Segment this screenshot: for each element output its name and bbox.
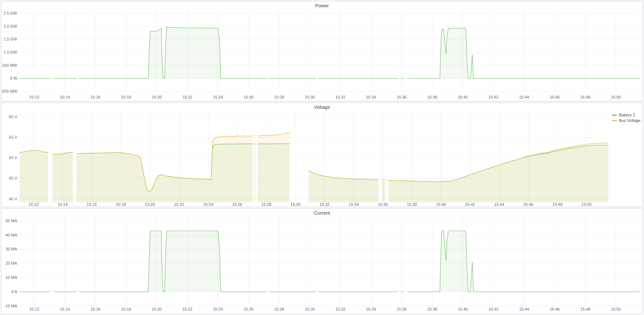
- svg-text:15:44: 15:44: [519, 95, 529, 99]
- svg-text:15:12: 15:12: [28, 202, 39, 207]
- svg-text:15:26: 15:26: [243, 95, 254, 99]
- panel-current: Current 15:1215:1415:1615:1815:2015:2215…: [1, 208, 643, 314]
- power-chart[interactable]: 15:1215:1415:1615:1815:2015:2215:2415:26…: [1, 9, 643, 101]
- svg-text:1.0 GW: 1.0 GW: [4, 50, 17, 54]
- svg-text:15:16: 15:16: [90, 95, 101, 99]
- panel-voltage-title[interactable]: Voltage: [314, 104, 330, 110]
- svg-text:15:28: 15:28: [274, 95, 284, 99]
- svg-text:15:50: 15:50: [611, 307, 621, 311]
- svg-text:15:44: 15:44: [519, 307, 529, 311]
- svg-text:15:24: 15:24: [203, 202, 213, 207]
- svg-text:15:32: 15:32: [320, 202, 330, 207]
- panel-current-title[interactable]: Current: [314, 210, 330, 216]
- svg-text:50 MA: 50 MA: [5, 219, 17, 223]
- svg-text:2.5 GW: 2.5 GW: [4, 11, 17, 15]
- svg-text:0 A: 0 A: [11, 289, 17, 294]
- svg-text:15:46: 15:46: [550, 307, 560, 311]
- svg-text:45 V: 45 V: [9, 176, 17, 180]
- svg-text:15:22: 15:22: [174, 202, 184, 207]
- svg-text:15:24: 15:24: [213, 95, 223, 99]
- svg-text:15:42: 15:42: [488, 95, 499, 99]
- svg-text:2.0 GW: 2.0 GW: [4, 24, 17, 28]
- svg-text:15:38: 15:38: [407, 202, 417, 207]
- svg-text:15:34: 15:34: [349, 202, 359, 207]
- svg-text:15:48: 15:48: [580, 307, 590, 311]
- legend-label-bus-voltage: Bus Voltage: [619, 118, 640, 123]
- svg-text:60 V: 60 V: [9, 115, 17, 119]
- svg-text:15:28: 15:28: [274, 307, 284, 311]
- voltage-chart-wrap: 15:1215:1415:1615:1815:2015:2215:2415:26…: [1, 111, 643, 207]
- svg-text:15:42: 15:42: [465, 202, 475, 207]
- current-chart[interactable]: 15:1215:1415:1615:1815:2015:2215:2415:26…: [1, 217, 643, 314]
- svg-text:15:46: 15:46: [550, 95, 560, 99]
- svg-text:15:12: 15:12: [29, 307, 39, 311]
- svg-text:15:50: 15:50: [611, 95, 621, 99]
- panel-voltage-header: Voltage: [1, 103, 643, 111]
- svg-text:15:22: 15:22: [182, 95, 192, 99]
- svg-text:15:44: 15:44: [494, 202, 504, 207]
- svg-text:15:36: 15:36: [378, 202, 388, 207]
- svg-text:15:18: 15:18: [121, 95, 131, 99]
- svg-text:15:38: 15:38: [427, 95, 437, 99]
- voltage-legend: Battery 2 Bus Voltage: [612, 112, 640, 123]
- panel-current-header: Current: [1, 209, 643, 217]
- svg-text:40 MA: 40 MA: [5, 233, 17, 237]
- svg-text:15:42: 15:42: [488, 307, 499, 311]
- svg-text:15:48: 15:48: [580, 95, 590, 99]
- svg-text:55 V: 55 V: [9, 135, 17, 139]
- svg-text:15:24: 15:24: [213, 307, 223, 311]
- svg-text:15:16: 15:16: [90, 307, 101, 311]
- svg-text:40 V: 40 V: [9, 197, 17, 201]
- svg-text:15:14: 15:14: [60, 307, 70, 311]
- svg-text:15:36: 15:36: [397, 307, 407, 311]
- svg-text:15:20: 15:20: [152, 95, 162, 99]
- svg-text:20 MA: 20 MA: [5, 261, 17, 265]
- svg-text:15:20: 15:20: [145, 202, 155, 207]
- current-chart-wrap: 15:1215:1415:1615:1815:2015:2215:2415:26…: [1, 217, 643, 314]
- svg-text:15:18: 15:18: [116, 202, 126, 207]
- voltage-chart[interactable]: 15:1215:1415:1615:1815:2015:2215:2415:26…: [1, 111, 643, 207]
- panel-power: Power 15:1215:1415:1615:1815:2015:2215:2…: [1, 1, 643, 101]
- svg-text:15:40: 15:40: [436, 202, 446, 207]
- svg-text:15:14: 15:14: [60, 95, 70, 99]
- svg-text:15:40: 15:40: [458, 307, 468, 311]
- svg-text:15:50: 15:50: [581, 202, 592, 207]
- svg-text:15:46: 15:46: [523, 202, 534, 207]
- svg-text:15:28: 15:28: [261, 202, 272, 207]
- panel-power-header: Power: [1, 1, 643, 9]
- svg-text:15:48: 15:48: [553, 202, 563, 207]
- legend-item-bus-voltage[interactable]: Bus Voltage: [612, 118, 640, 123]
- svg-text:15:38: 15:38: [427, 307, 437, 311]
- svg-text:-500 MW: -500 MW: [1, 89, 17, 93]
- legend-item-battery-2[interactable]: Battery 2: [612, 112, 640, 118]
- svg-text:15:36: 15:36: [397, 95, 407, 99]
- svg-text:-10 MA: -10 MA: [4, 304, 17, 308]
- svg-text:15:18: 15:18: [121, 307, 131, 311]
- svg-text:50 V: 50 V: [9, 155, 17, 160]
- panel-power-title[interactable]: Power: [315, 3, 329, 8]
- svg-text:30 MA: 30 MA: [5, 247, 17, 251]
- svg-text:15:26: 15:26: [232, 202, 242, 207]
- svg-text:15:30: 15:30: [290, 202, 301, 207]
- svg-text:15:12: 15:12: [29, 95, 39, 99]
- svg-text:15:30: 15:30: [305, 95, 315, 99]
- svg-text:500 MW: 500 MW: [2, 63, 17, 68]
- svg-text:15:34: 15:34: [366, 307, 376, 311]
- svg-text:15:32: 15:32: [335, 95, 346, 99]
- svg-text:15:14: 15:14: [58, 202, 68, 207]
- svg-text:10 MA: 10 MA: [5, 275, 17, 280]
- svg-text:15:32: 15:32: [335, 307, 346, 311]
- svg-text:0 W: 0 W: [10, 76, 17, 80]
- svg-text:15:20: 15:20: [152, 307, 162, 311]
- svg-text:15:30: 15:30: [305, 307, 315, 311]
- svg-text:15:34: 15:34: [366, 95, 376, 99]
- svg-text:15:26: 15:26: [243, 307, 254, 311]
- battery-2-swatch-icon: [612, 115, 617, 116]
- svg-text:15:16: 15:16: [87, 202, 97, 207]
- dashboard: Power 15:1215:1415:1615:1815:2015:2215:2…: [0, 0, 644, 315]
- power-chart-wrap: 15:1215:1415:1615:1815:2015:2215:2415:26…: [1, 9, 643, 101]
- svg-text:15:40: 15:40: [458, 95, 468, 99]
- svg-text:1.5 GW: 1.5 GW: [4, 37, 17, 41]
- svg-text:15:22: 15:22: [182, 307, 192, 311]
- legend-label-battery-2: Battery 2: [619, 112, 635, 118]
